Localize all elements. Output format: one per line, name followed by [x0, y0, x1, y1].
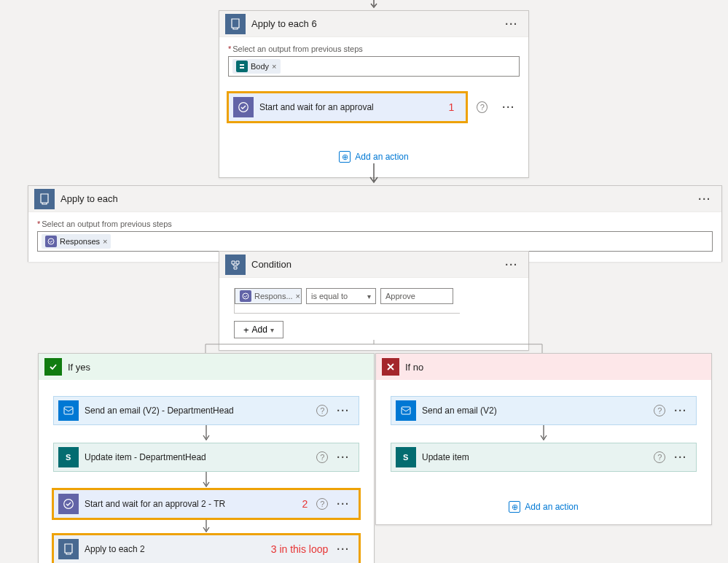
approval-token-icon: [45, 236, 57, 247]
condition-operator[interactable]: is equal to ▾: [306, 288, 376, 304]
add-action-label: Add an action: [525, 502, 578, 512]
condition-card: Condition ··· Respons... × is equal to ▾…: [219, 251, 529, 351]
if-no-card: If no Send an email (V2) ? ··· S Update …: [375, 353, 712, 525]
select-output-label: Select an output from previous steps: [37, 220, 713, 228]
add-action-label: Add an action: [355, 152, 408, 162]
help-icon[interactable]: ?: [316, 451, 328, 463]
outlook-icon: [58, 400, 79, 421]
x-icon: [382, 358, 399, 376]
branch-label: If yes: [68, 362, 90, 373]
action-title: Update item - DepartmentHead: [85, 452, 312, 462]
loop-icon: [225, 14, 246, 34]
send-email-action[interactable]: Send an email (V2) ? ···: [391, 396, 697, 425]
add-action-icon: ⊕: [339, 151, 351, 163]
more-menu[interactable]: ···: [501, 259, 522, 271]
update-item-dept-head-action[interactable]: S Update item - DepartmentHead ? ···: [53, 443, 359, 472]
token-responses[interactable]: Responses ×: [42, 234, 111, 249]
add-action-icon: ⊕: [509, 501, 520, 513]
help-icon[interactable]: ?: [654, 405, 665, 416]
apply-to-each-2-action[interactable]: Apply to each 2 3 in this loop ···: [53, 535, 359, 563]
apply-to-each-6-card: Apply to each 6 ··· Select an output fro…: [219, 10, 529, 178]
start-wait-approval-2-action[interactable]: Start and wait for an approval 2 - TR 2 …: [53, 489, 359, 519]
approval-icon: [233, 97, 254, 117]
apply-to-each-header[interactable]: Apply to each ···: [28, 186, 721, 212]
more-menu[interactable]: ···: [332, 498, 354, 510]
branch-icon: [225, 255, 246, 275]
add-action-link[interactable]: ⊕ Add an action: [339, 151, 408, 163]
branch-label: If no: [405, 362, 423, 373]
start-wait-approval-action[interactable]: Start and wait for an approval 1: [228, 93, 466, 122]
svg-point-1: [48, 238, 54, 244]
help-icon[interactable]: ?: [477, 101, 488, 113]
condition-right[interactable]: Approve: [380, 288, 453, 304]
svg-text:S: S: [403, 453, 408, 462]
card-title: Condition: [251, 259, 501, 270]
chevron-down-icon: ▾: [270, 326, 274, 334]
help-icon[interactable]: ?: [654, 451, 665, 463]
add-label: Add: [252, 325, 267, 335]
value-text: Approve: [385, 292, 415, 300]
output-selector[interactable]: Body ×: [228, 56, 520, 77]
annotation-2: 2: [302, 498, 308, 510]
if-no-header: If no: [376, 354, 711, 380]
sharepoint-icon: S: [58, 447, 79, 467]
action-title: Start and wait for an approval 2 - TR: [85, 499, 302, 509]
remove-token[interactable]: ×: [272, 62, 276, 71]
if-yes-header: If yes: [39, 354, 374, 380]
svg-point-0: [239, 103, 248, 112]
annotation-1: 1: [448, 101, 454, 113]
token-label: Responses: [60, 237, 100, 246]
action-title: Send an email (V2) - DepartmentHead: [85, 405, 312, 416]
more-menu[interactable]: ···: [332, 405, 354, 416]
loop-icon: [58, 539, 79, 559]
more-menu[interactable]: ···: [501, 18, 522, 30]
output-selector[interactable]: Responses ×: [37, 231, 713, 252]
action-title: Send an email (V2): [422, 405, 649, 416]
card-title: Apply to each 6: [251, 18, 501, 29]
condition-header[interactable]: Condition ···: [219, 252, 528, 278]
approval-icon: [58, 494, 79, 514]
token-label: Respons...: [254, 292, 293, 300]
teal-icon: [236, 61, 248, 72]
add-condition-button[interactable]: + Add ▾: [234, 321, 283, 338]
update-item-action[interactable]: S Update item ? ···: [391, 443, 697, 472]
token-body[interactable]: Body ×: [232, 59, 281, 74]
operator-label: is equal to: [311, 292, 348, 300]
apply-to-each-6-header[interactable]: Apply to each 6 ···: [219, 11, 528, 37]
condition-left[interactable]: Respons... ×: [235, 288, 302, 304]
svg-point-2: [243, 293, 248, 299]
more-menu[interactable]: ···: [670, 405, 692, 416]
annotation-3: 3 in this loop: [271, 543, 329, 555]
approval-token-icon: [240, 290, 251, 302]
sharepoint-icon: S: [396, 447, 416, 467]
svg-point-5: [64, 500, 74, 509]
add-action-link[interactable]: ⊕ Add an action: [509, 501, 578, 513]
select-output-label: Select an output from previous steps: [228, 44, 520, 53]
more-menu[interactable]: ···: [498, 101, 520, 113]
check-icon: [44, 358, 62, 376]
chevron-down-icon: ▾: [367, 292, 371, 300]
more-menu[interactable]: ···: [332, 543, 354, 555]
svg-text:S: S: [66, 453, 71, 462]
if-yes-card: If yes Send an email (V2) - DepartmentHe…: [38, 353, 375, 563]
help-icon[interactable]: ?: [316, 498, 328, 510]
help-icon[interactable]: ?: [316, 405, 328, 416]
svg-rect-6: [402, 407, 410, 414]
outlook-icon: [396, 400, 416, 421]
loop-icon: [34, 189, 55, 209]
remove-token[interactable]: ×: [296, 292, 300, 300]
action-title: Update item: [422, 452, 649, 462]
card-title: Apply to each: [60, 193, 694, 204]
send-email-dept-head-action[interactable]: Send an email (V2) - DepartmentHead ? ··…: [53, 396, 359, 425]
more-menu[interactable]: ···: [670, 451, 692, 463]
more-menu[interactable]: ···: [332, 451, 354, 463]
action-title: Start and wait for an approval: [259, 102, 448, 112]
svg-rect-3: [64, 407, 73, 414]
action-title: Apply to each 2: [85, 544, 271, 554]
token-label: Body: [251, 62, 269, 71]
remove-token[interactable]: ×: [103, 237, 107, 246]
more-menu[interactable]: ···: [694, 193, 716, 205]
